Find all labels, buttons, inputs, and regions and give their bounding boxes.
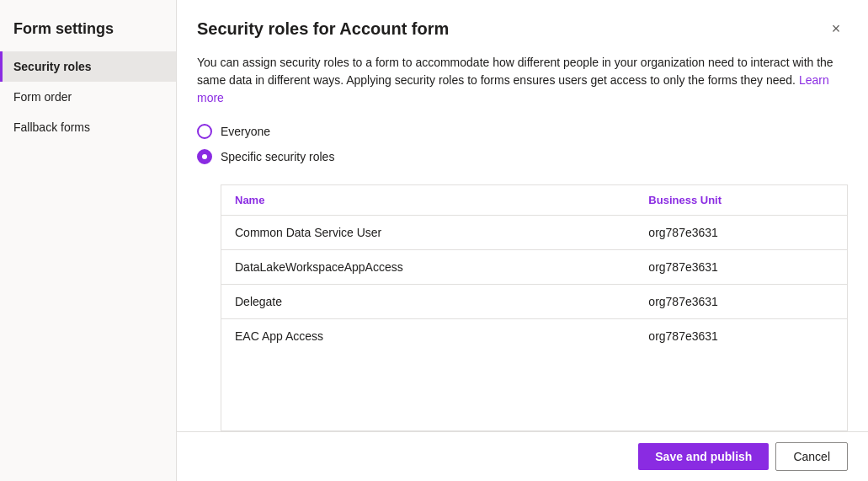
- radio-specific[interactable]: Specific security roles: [197, 149, 848, 164]
- dialog-body: You can assign security roles to a form …: [177, 54, 868, 431]
- col-business-unit: Business Unit: [635, 185, 847, 216]
- sidebar-item-form-order[interactable]: Form order: [0, 82, 176, 112]
- cell-name: EAC App Access: [221, 319, 635, 354]
- roles-table: Name Business Unit Common Data Service U…: [221, 185, 847, 353]
- radio-everyone-label: Everyone: [221, 125, 270, 138]
- sidebar-item-label: Security roles: [13, 60, 92, 73]
- description-text: You can assign security roles to a form …: [197, 54, 848, 107]
- radio-everyone-circle: [197, 124, 212, 139]
- cell-name: Delegate: [221, 285, 635, 319]
- sidebar-title: Form settings: [0, 13, 176, 51]
- cell-business-unit: org787e3631: [635, 250, 847, 285]
- col-name: Name: [221, 185, 635, 216]
- cell-business-unit: org787e3631: [635, 216, 847, 250]
- cell-name: Common Data Service User: [221, 216, 635, 250]
- close-button[interactable]: ×: [824, 17, 848, 40]
- sidebar-item-security-roles[interactable]: Security roles: [0, 51, 176, 82]
- radio-everyone[interactable]: Everyone: [197, 124, 848, 139]
- table-row[interactable]: Common Data Service Userorg787e3631: [221, 216, 847, 250]
- sidebar-item-fallback-forms[interactable]: Fallback forms: [0, 112, 176, 142]
- radio-specific-circle: [197, 149, 212, 164]
- sidebar-item-label: Form order: [13, 90, 72, 104]
- cancel-button[interactable]: Cancel: [775, 442, 848, 471]
- table-row[interactable]: DataLakeWorkspaceAppAccessorg787e3631: [221, 250, 847, 285]
- radio-group: Everyone Specific security roles: [197, 124, 848, 164]
- table-header-row: Name Business Unit: [221, 185, 847, 216]
- sidebar-item-label: Fallback forms: [13, 120, 90, 134]
- cell-name: DataLakeWorkspaceAppAccess: [221, 250, 635, 285]
- dialog-footer: Save and publish Cancel: [177, 431, 868, 481]
- dialog-header: Security roles for Account form ×: [177, 0, 868, 54]
- roles-table-container[interactable]: Name Business Unit Common Data Service U…: [221, 184, 848, 431]
- save-publish-button[interactable]: Save and publish: [638, 443, 769, 470]
- cell-business-unit: org787e3631: [635, 319, 847, 354]
- table-row[interactable]: EAC App Accessorg787e3631: [221, 319, 847, 354]
- cell-business-unit: org787e3631: [635, 285, 847, 319]
- dialog-title: Security roles for Account form: [197, 19, 449, 39]
- sidebar: Form settings Security roles Form order …: [0, 0, 177, 481]
- radio-specific-label: Specific security roles: [221, 150, 334, 163]
- main-panel: Security roles for Account form × You ca…: [177, 0, 868, 481]
- table-row[interactable]: Delegateorg787e3631: [221, 285, 847, 319]
- table-body: Common Data Service Userorg787e3631DataL…: [221, 216, 847, 354]
